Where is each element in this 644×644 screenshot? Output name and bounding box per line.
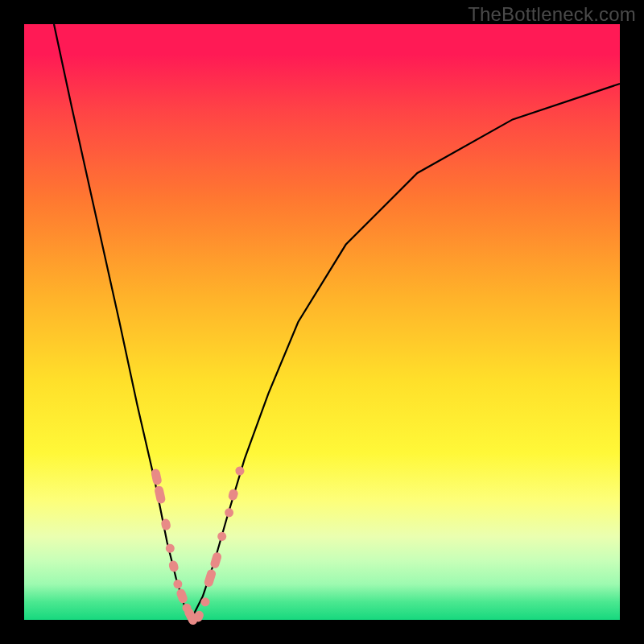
left-curve [54,24,191,620]
data-marker [151,468,163,485]
data-marker [172,579,184,590]
data-marker [224,507,235,518]
curves-svg [24,24,620,620]
watermark-text: TheBottleneck.com [468,3,636,26]
data-marker [209,551,222,569]
data-marker [227,488,239,502]
data-marker [168,559,180,572]
plot-area [24,24,620,620]
marker-group [151,465,246,626]
data-marker [165,543,175,554]
data-marker [203,568,217,588]
data-marker [234,465,246,477]
data-marker [175,588,188,605]
chart-frame: TheBottleneck.com [0,0,644,644]
data-marker [217,531,228,543]
data-marker [154,485,166,505]
right-curve [191,84,620,620]
